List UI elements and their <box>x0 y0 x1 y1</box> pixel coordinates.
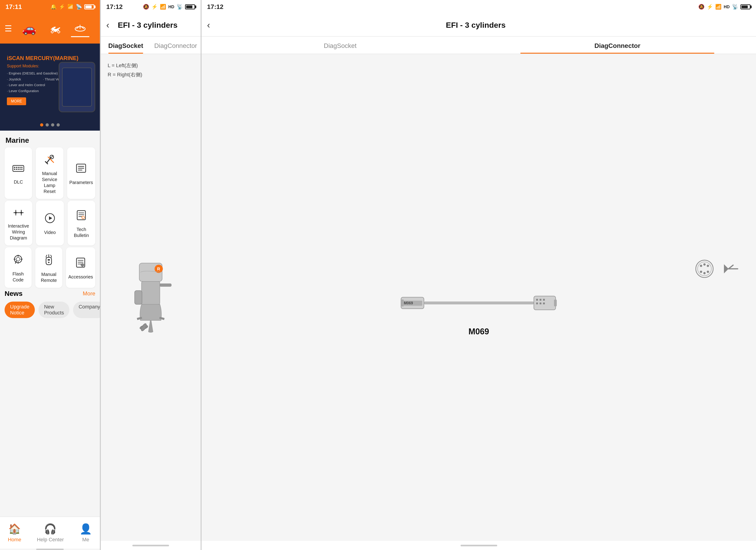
news-tag-new-products[interactable]: New Products <box>38 302 69 318</box>
svg-point-62 <box>707 270 709 273</box>
news-more-link[interactable]: More <box>83 291 95 297</box>
home-bar-right <box>461 545 497 546</box>
grid-card-manual[interactable]: Manual Service Lamp Reset <box>36 147 63 199</box>
flash-label: Flash Code <box>7 271 29 283</box>
tab-bar-middle: DiagSocket DiagConnector <box>101 37 201 54</box>
news-section: News More Upgrade Notice New Products Co… <box>0 290 100 517</box>
dot-4[interactable] <box>57 123 60 126</box>
svg-text:M069: M069 <box>404 301 413 305</box>
help-nav-label: Help Center <box>37 537 64 543</box>
banner: iSCAN MERCURY(MARINE) Support Modules: ·… <box>0 44 100 131</box>
page-title-middle: EFI - 3 cylinders <box>114 21 181 30</box>
signal-icon: 📡 <box>76 4 82 10</box>
car-icon: 🚗 <box>22 22 36 35</box>
svg-rect-7 <box>21 167 22 168</box>
page-header-right: ‹ EFI - 3 cylinders <box>202 14 756 37</box>
back-button-right[interactable]: ‹ <box>207 20 210 30</box>
svg-rect-69 <box>424 302 534 304</box>
bluetooth-icon: ⚡ <box>59 4 65 10</box>
svg-rect-11 <box>19 169 21 170</box>
battery-icon-left <box>84 4 94 9</box>
hd-icon-r: HD <box>724 5 730 9</box>
grid-card-params[interactable]: Parameters <box>67 147 95 199</box>
dot-1[interactable] <box>40 123 43 126</box>
motorcycle-icon: 🏍 <box>49 22 61 35</box>
svg-point-59 <box>700 265 702 267</box>
svg-point-64 <box>700 270 702 273</box>
svg-text:R: R <box>157 267 160 271</box>
home-nav-label: Home <box>8 537 21 543</box>
svg-rect-12 <box>21 169 22 170</box>
svg-point-61 <box>707 265 709 267</box>
bottom-nav-home[interactable]: 🏠 Home <box>8 523 21 543</box>
tab-diagsocket-middle[interactable]: DiagSocket <box>101 37 151 54</box>
video-icon <box>44 213 55 226</box>
tab-diagconnector-middle[interactable]: DiagConnector <box>151 37 201 54</box>
svg-rect-9 <box>16 169 17 170</box>
grid-card-video[interactable]: Video <box>36 201 64 245</box>
nav-marine[interactable] <box>71 20 89 37</box>
page-header-middle: ‹ EFI - 3 cylinders <box>101 14 201 37</box>
svg-text:!: ! <box>82 216 83 219</box>
grid-row-2: Interactive Wiring Diagram Video <box>0 201 100 245</box>
accessories-label: Accessories <box>68 274 93 280</box>
bottom-nav-me[interactable]: 👤 Me <box>79 523 92 543</box>
panel-middle: 17:12 🔕 ⚡ 📶 HD 📡 ‹ EFI - 3 cylinders Dia… <box>101 0 202 550</box>
svg-rect-5 <box>18 167 19 168</box>
bottom-nav: 🏠 Home 🎧 Help Center 👤 Me <box>0 517 100 549</box>
back-button-middle[interactable]: ‹ <box>106 20 109 30</box>
banner-dots <box>40 123 60 126</box>
bulletin-label: Tech Bulletin <box>70 226 93 238</box>
news-tag-upgrade[interactable]: Upgrade Notice <box>5 302 35 318</box>
connector-label-container: M069 <box>468 327 489 337</box>
banner-title: iSCAN MERCURY(MARINE) <box>7 55 86 61</box>
status-bar-middle: 17:12 🔕 ⚡ 📶 HD 📡 <box>101 0 201 14</box>
marine-icon <box>74 22 86 35</box>
grid-card-remote[interactable]: Manual Remote <box>35 247 62 288</box>
svg-rect-6 <box>19 167 21 168</box>
connector-content: M069 M069 <box>202 54 756 541</box>
svg-rect-52 <box>142 282 160 304</box>
me-nav-label: Me <box>82 537 89 543</box>
status-icons-left: 🔔 ⚡ 📶 📡 <box>50 4 94 10</box>
svg-rect-56 <box>135 291 142 304</box>
dlc-icon <box>12 163 24 176</box>
time-middle: 17:12 <box>106 3 123 11</box>
svg-point-57 <box>696 260 713 278</box>
panel-right: 17:12 🔕 ⚡ 📶 HD 📡 ‹ EFI - 3 cylinders Dia… <box>202 0 756 550</box>
grid-card-accessories[interactable]: Accessories <box>66 247 95 288</box>
grid-row-3: Flash Code Manual Remote <box>0 247 100 288</box>
menu-icon[interactable]: ☰ <box>5 24 12 33</box>
dot-3[interactable] <box>51 123 54 126</box>
grid-card-wiring[interactable]: Interactive Wiring Diagram <box>5 201 32 245</box>
cable-connector-row: M069 <box>399 287 559 320</box>
banner-more-button[interactable]: MORE <box>7 97 26 105</box>
remote-label: Manual Remote <box>38 271 60 283</box>
page-title-right: EFI - 3 cylinders <box>215 21 737 30</box>
grid-card-flash[interactable]: Flash Code <box>5 247 32 288</box>
bottom-nav-help[interactable]: 🎧 Help Center <box>37 523 64 543</box>
nav-gauge[interactable]: ⏱ <box>96 21 101 37</box>
grid-card-dlc[interactable]: DLC <box>5 147 32 199</box>
news-tag-company[interactable]: Company <box>73 302 101 318</box>
tab-diagconnector-right[interactable]: DiagConnector <box>479 37 756 54</box>
remote-icon <box>44 254 53 268</box>
svg-rect-77 <box>543 303 545 304</box>
time-right: 17:12 <box>207 3 224 11</box>
dot-2[interactable] <box>46 123 49 126</box>
svg-rect-4 <box>16 167 17 168</box>
me-icon: 👤 <box>79 523 92 535</box>
home-indicator-right <box>202 541 756 550</box>
svg-rect-76 <box>540 303 541 304</box>
svg-point-22 <box>20 212 22 213</box>
status-bar-left: 17:11 🔔 ⚡ 📶 📡 <box>0 0 100 14</box>
nav-motorcycle[interactable]: 🏍 <box>46 21 64 37</box>
mute-icon-m: 🔕 <box>143 4 149 10</box>
tab-diagsocket-right[interactable]: DiagSocket <box>202 37 479 54</box>
video-label: Video <box>44 229 56 235</box>
connector-label: M069 <box>468 327 489 336</box>
nav-car[interactable]: 🚗 <box>19 21 39 37</box>
wiring-icon <box>13 207 25 220</box>
grid-card-bulletin[interactable]: ! Tech Bulletin <box>68 201 95 245</box>
home-indicator-left <box>36 549 64 550</box>
